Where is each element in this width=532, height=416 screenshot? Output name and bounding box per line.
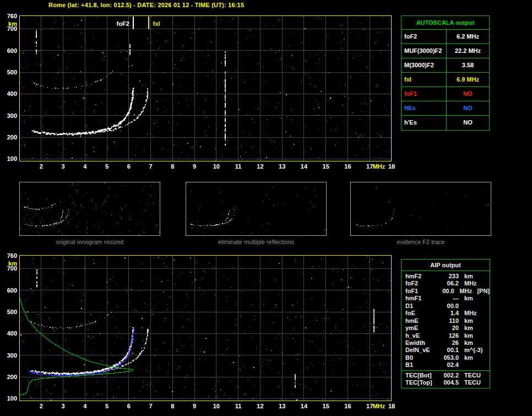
aip-row-label: hmF1	[401, 295, 438, 302]
aip-row-unit: km	[459, 332, 473, 339]
thumbnail-eliminate-reflections	[186, 182, 327, 236]
x-tick-label: 2	[34, 163, 48, 170]
y-tick-label: 400	[0, 330, 17, 337]
aip-row-value: ---	[438, 295, 459, 302]
aip-row-foF1: foF100.0MHz [PN]	[401, 288, 490, 295]
aip-row-value: 126	[438, 332, 459, 339]
x-tick-label: 3	[56, 163, 70, 170]
x-tick-label: 14	[297, 403, 311, 409]
aip-row-value: 233	[438, 273, 459, 280]
x-tick-label: 6	[122, 403, 136, 409]
aip-row-unit: km	[459, 325, 473, 332]
thumbnail-evidence-f2-trace	[350, 182, 491, 236]
ionogram-plot-top: foF2fxI	[19, 15, 392, 161]
aip-row-label: foF1	[401, 288, 435, 295]
x-tick-label: 8	[165, 163, 180, 170]
aip-table-title: AIP output	[401, 260, 490, 271]
y-tick-label: 300	[0, 352, 17, 359]
aip-row-foE: foE1.4MHz	[401, 310, 490, 317]
aip-row-label: D1	[401, 302, 438, 310]
y-tick-label: 600	[0, 287, 17, 294]
y-tick-label: 760	[0, 252, 17, 259]
aip-row-label: TEC[Top]	[401, 379, 438, 386]
autoscala-row-label: MUF(3000)F2	[401, 44, 447, 58]
autoscala-row-foF1: foF1 NO	[401, 87, 489, 101]
aip-row-value: 00.0	[435, 288, 454, 295]
autoscala-row-label: foF1	[401, 87, 447, 101]
y-tick-label: 100	[0, 155, 17, 162]
autoscala-row-value: NO	[447, 87, 489, 101]
x-tick-label: 3	[56, 403, 70, 409]
x-tick-label: 14	[297, 163, 311, 170]
x-tick-label: 15	[319, 403, 333, 409]
autoscala-row-label: h'Es	[401, 116, 447, 130]
y-tick-label: 600	[0, 47, 17, 54]
aip-row-label: TEC[Bot]	[401, 372, 438, 379]
x-tick-label: 16	[340, 163, 355, 170]
aip-row-label: B0	[401, 354, 438, 361]
autoscala-row-value: NO	[447, 116, 489, 130]
aip-row-unit: km	[459, 354, 473, 361]
x-tick-label: 8	[165, 403, 180, 409]
y-axis-unit-label: km	[0, 260, 17, 267]
autoscala-row-label: M(3000)F2	[401, 58, 447, 72]
aip-row-value: 20	[438, 325, 459, 332]
aip-row-unit: km	[459, 295, 473, 302]
ionogram-top-canvas: foF2fxI	[19, 15, 392, 161]
aip-row-label: h_vE	[401, 332, 438, 339]
y-tick-label: 100	[0, 395, 17, 402]
aip-table-rows: hmF2233kmfoF206.2MHzfoF100.0MHz [PN]hmF1…	[401, 273, 490, 386]
ionogram-plot-bottom	[19, 255, 392, 401]
aip-row-Ewidth: Ewidth26km	[401, 339, 490, 347]
aip-row-value: 06.2	[438, 280, 459, 287]
aip-row-unit: km	[459, 317, 473, 325]
aip-row-unit: MHz	[459, 280, 477, 287]
annotation-foF2: foF2	[117, 20, 129, 27]
autoscala-app-window: Rome (lat: +41.8, lon: 012.5) - DATE: 20…	[0, 0, 532, 416]
x-tick-label: 5	[100, 403, 114, 409]
autoscala-row-MUF: MUF(3000)F2 22.2 MHz	[401, 44, 489, 58]
aip-row-value: 110	[438, 317, 459, 325]
aip-row-label: foE	[401, 310, 438, 317]
aip-row-unit	[459, 302, 464, 310]
x-tick-label: 2	[34, 403, 48, 409]
aip-row-unit: km	[459, 273, 473, 280]
aip-row-TEC-Bot-: TEC[Bot]002.2TECU	[401, 370, 490, 379]
x-tick-label: 9	[187, 403, 202, 409]
aip-row-D1: D100.0	[401, 302, 490, 310]
thumbnail-caption-eliminate: eliminate multiple reflections	[186, 239, 327, 245]
aip-row-unit: MHz	[459, 310, 477, 317]
y-tick-label: 500	[0, 69, 17, 75]
x-tick-label: 5	[100, 163, 114, 170]
aip-row-hmF1: hmF1---km	[401, 295, 490, 302]
y-tick-label: 300	[0, 112, 17, 119]
x-tick-label: 11	[231, 163, 246, 170]
x-tick-label: 15	[319, 163, 333, 170]
autoscala-row-M3000: M(3000)F2 3.58	[401, 58, 489, 73]
aip-row-hmE: hmE110km	[401, 317, 490, 325]
autoscala-row-label: ftEs	[401, 101, 447, 115]
aip-row-value: 00.1	[438, 347, 459, 354]
autoscala-row-value: 6.9 MHz	[447, 73, 489, 87]
autoscala-output-table: AUTOSCALA output foF2 6.2 MHz MUF(3000)F…	[401, 15, 490, 131]
aip-row-hmF2: hmF2233km	[401, 273, 490, 280]
x-tick-label: 12	[253, 163, 267, 170]
aip-row-B0: B0053.0km	[401, 354, 490, 361]
y-axis-unit-label: km	[0, 20, 17, 27]
autoscala-table-title: AUTOSCALA output	[401, 16, 489, 30]
x-tick-label: 12	[253, 403, 267, 409]
autoscala-row-value: NO	[447, 101, 489, 115]
x-axis-unit-label: MHz	[369, 403, 389, 409]
y-tick-label: 500	[0, 309, 17, 315]
x-tick-label: 11	[231, 403, 246, 409]
autoscala-row-hEs: h'Es NO	[401, 116, 489, 130]
aip-row-unit	[459, 361, 464, 369]
x-tick-label: 4	[78, 403, 92, 409]
autoscala-row-label: fxI	[401, 73, 447, 87]
thumbnail-caption-original: original ionogram resized	[19, 239, 160, 245]
thumbnail-canvas	[186, 182, 326, 235]
aip-row-value: 1.4	[438, 310, 459, 317]
aip-row-label: foF2	[401, 280, 438, 287]
aip-row-label: B1	[401, 361, 438, 369]
thumbnail-canvas	[20, 182, 160, 235]
